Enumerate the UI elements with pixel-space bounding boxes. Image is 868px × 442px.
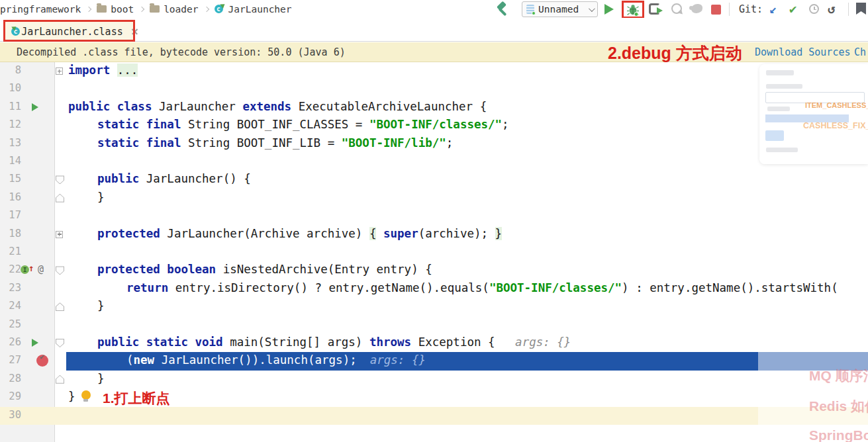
code-text[interactable]: import ...	[68, 64, 138, 77]
code-line-28: 28}	[0, 371, 868, 388]
breadcrumb-item-boot[interactable]: boot	[97, 4, 134, 15]
breadcrumb-label: boot	[111, 4, 134, 15]
line-number[interactable]: 27	[0, 354, 21, 366]
code-text[interactable]: protected JarLauncher(Archive archive) {…	[97, 227, 502, 240]
line-number[interactable]: 15	[0, 173, 21, 185]
close-icon[interactable]	[131, 28, 134, 35]
breakpoint-icon[interactable]: ✔	[36, 355, 48, 367]
line-number[interactable]: 22	[0, 263, 21, 275]
code-line-11: 11public class JarLauncher extends Execu…	[0, 99, 868, 116]
watermark-3: SpringBoo	[809, 427, 868, 442]
code-line-15: 15public JarLauncher() {	[0, 171, 868, 189]
rollback-icon[interactable]: ↺	[828, 1, 835, 16]
code-text[interactable]: }	[97, 372, 105, 385]
fold-up-icon[interactable]	[56, 302, 64, 311]
line-number[interactable]: 25	[0, 318, 21, 330]
download-sources-link[interactable]: Download Sources	[755, 46, 851, 58]
git-commit-icon[interactable]: ✔	[789, 1, 796, 16]
code-line-22: 22I↑@protected boolean isNestedArchive(E…	[0, 261, 868, 279]
fold-down-icon[interactable]	[56, 266, 64, 275]
highlighted-line-band	[0, 407, 868, 425]
line-number[interactable]: 8	[0, 64, 21, 76]
line-number[interactable]: 16	[0, 191, 21, 203]
build-hammer-icon[interactable]	[495, 2, 510, 17]
line-number[interactable]: 26	[0, 336, 21, 348]
run-config-icon	[526, 5, 534, 14]
code-line-26: 26public static void main(String[] args)…	[0, 334, 868, 352]
code-text[interactable]: public static void main(String[] args) t…	[97, 335, 571, 349]
line-number[interactable]: 30	[0, 409, 21, 421]
debug-icon[interactable]	[626, 3, 640, 17]
folder-icon	[150, 5, 160, 13]
watermark-2: Redis 如何	[809, 397, 868, 416]
code-text[interactable]: static final String BOOT_INF_CLASSES = "…	[97, 118, 509, 131]
line-number[interactable]: 10	[0, 82, 21, 94]
code-line-27: 27✔(new JarLauncher()).launch(args);args…	[0, 352, 868, 370]
code-line-21: 21	[0, 243, 868, 261]
class-icon: c	[215, 4, 224, 14]
line-number[interactable]: 28	[0, 373, 21, 384]
line-number[interactable]: 14	[0, 155, 21, 167]
code-text[interactable]: static final String BOOT_INF_LIB = "BOOT…	[97, 136, 453, 150]
fold-down-icon[interactable]	[56, 339, 64, 347]
profiler-icon[interactable]	[671, 3, 682, 14]
code-line-13: 13static final String BOOT_INF_LIB = "BO…	[0, 135, 868, 153]
shelve-icon[interactable]	[856, 3, 866, 15]
breadcrumb-item-pringframework[interactable]: pringframework	[0, 4, 81, 15]
coverage-icon[interactable]	[649, 3, 660, 15]
git-update-icon[interactable]: ↙	[769, 1, 777, 16]
active-tab-underline	[5, 40, 134, 42]
tab-jarlauncher[interactable]: c JarLauncher.class	[5, 21, 134, 42]
code-line-30: 30	[0, 407, 868, 425]
fold-down-icon[interactable]	[56, 175, 64, 184]
breadcrumb-label: loader	[164, 4, 198, 15]
code-text[interactable]: public class JarLauncher extends Executa…	[68, 100, 487, 113]
history-clock-icon[interactable]	[809, 4, 819, 14]
code-text[interactable]: }	[97, 299, 105, 312]
line-number[interactable]: 23	[0, 282, 21, 294]
code-text[interactable]: (new JarLauncher()).launch(args);args: {…	[126, 353, 426, 367]
code-text[interactable]: return entry.isDirectory() ? entry.getNa…	[126, 281, 838, 294]
code-text[interactable]: }	[68, 390, 92, 403]
line-number[interactable]: 24	[0, 300, 21, 312]
top-toolbar: pringframeworkbootloadercJarLauncher Unn…	[0, 0, 868, 18]
run-configuration-select[interactable]: Unnamed	[522, 1, 598, 17]
code-text[interactable]: }	[97, 191, 105, 204]
run-gutter-icon[interactable]	[32, 339, 38, 347]
ghost-text-1: ITEM_CASHLESS_FI	[805, 101, 868, 109]
chevron-right-icon	[203, 6, 209, 11]
ghost-overlay-panel: ITEM_CASHLESS_FI CASHLESS_FIX_VO	[759, 64, 868, 164]
fold-expand-icon[interactable]	[56, 67, 63, 75]
line-number[interactable]: 21	[0, 245, 21, 257]
fold-expand-icon[interactable]	[56, 231, 63, 238]
code-editor[interactable]: 8import ...1011public class JarLauncher …	[0, 62, 868, 442]
line-number[interactable]: 18	[0, 228, 21, 240]
toolbar-separator	[729, 3, 730, 16]
code-line-25: 25	[0, 316, 868, 334]
run-config-label: Unnamed	[538, 4, 589, 15]
chevron-right-icon	[139, 6, 144, 11]
fold-up-icon[interactable]	[56, 375, 64, 384]
line-number[interactable]: 17	[0, 209, 21, 221]
code-text[interactable]: protected boolean isNestedArchive(Entry …	[97, 263, 432, 276]
breadcrumb-item-JarLauncher[interactable]: cJarLauncher	[215, 4, 292, 15]
toolbar-separator	[848, 3, 849, 16]
attach-profiler-icon[interactable]	[691, 4, 702, 13]
code-line-24: 24}	[0, 298, 868, 316]
code-line-17: 17	[0, 207, 868, 225]
intention-bulb-icon[interactable]	[81, 390, 92, 402]
breadcrumb-item-loader[interactable]: loader	[150, 4, 198, 15]
run-gutter-icon[interactable]	[32, 103, 38, 111]
line-number[interactable]: 11	[0, 101, 21, 112]
notification-message: Decompiled .class file, bytecode version…	[17, 46, 346, 58]
line-number[interactable]: 12	[0, 118, 21, 130]
line-number[interactable]: 13	[0, 137, 21, 149]
code-text[interactable]: public JarLauncher() {	[97, 172, 251, 185]
override-arrow-icon[interactable]: ↑	[28, 263, 34, 273]
stop-button[interactable]	[711, 5, 721, 15]
run-button[interactable]	[604, 4, 614, 15]
line-number[interactable]: 29	[0, 390, 21, 402]
chevron-down-icon	[589, 5, 595, 12]
fold-up-icon[interactable]	[56, 194, 64, 202]
choose-sources-link[interactable]: Ch	[854, 46, 866, 58]
